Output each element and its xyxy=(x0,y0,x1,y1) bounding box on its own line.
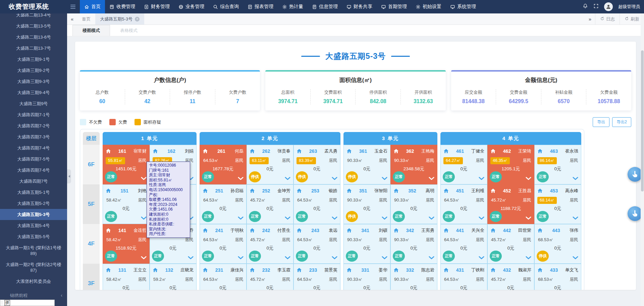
nav-item[interactable]: 综合查询 xyxy=(209,0,243,13)
avatar[interactable] xyxy=(604,2,613,11)
sidebar-collapse-handle[interactable] xyxy=(67,169,71,183)
room-cell[interactable]: 141金连哲58.42㎡居民1518.92元正常 xyxy=(103,224,150,264)
sidebar-item[interactable]: 大盛路二期13-4号 xyxy=(0,13,67,20)
room-cell[interactable]: 262张贵春63.11㎡居民0元停供 xyxy=(247,145,293,184)
window-scrollbar[interactable] xyxy=(641,13,644,306)
chevron-left-icon[interactable]: ‹ xyxy=(61,293,62,298)
sidebar-item[interactable]: 大盛路四期7号 xyxy=(0,176,67,187)
sidebar-item[interactable]: 大盛路四期7-3号 xyxy=(0,131,67,142)
room-cell[interactable]: 351张智阳90.33㎡居民0元停供 xyxy=(343,184,390,224)
sidebar-item[interactable]: 大溵堡村民委员会 xyxy=(0,276,67,287)
sidebar-item[interactable]: 大盛路三期9-4号 xyxy=(0,87,67,98)
room-cell[interactable]: 361玉金石90.33㎡居民0元停供 xyxy=(343,145,390,184)
ime-mode-indicator[interactable]: 拼 xyxy=(4,300,10,306)
room-cell[interactable]: 252金坤芳45.72㎡居民0元正常 xyxy=(247,184,293,224)
room-cell[interactable]: 461丁健全64.27㎡居民0元正常 xyxy=(440,145,487,184)
room-cell[interactable]: 253银皓64.53㎡居民0元正常 xyxy=(293,184,340,224)
nav-item[interactable]: 财务共享 xyxy=(342,0,377,13)
sidebar-item[interactable]: 大盛路三期9号 xyxy=(0,98,67,109)
room-cell[interactable]: 261何磊64.53㎡居民1677.78元正常 xyxy=(200,145,247,184)
sidebar-item[interactable]: 大盛路四期7-2号 xyxy=(0,120,67,131)
sidebar-item[interactable]: 大盛路二期13-6号 xyxy=(0,32,67,43)
room-cell[interactable]: 131王立立58.42㎡居民0元正常 xyxy=(103,264,150,290)
room-cell[interactable]: 362王艳梅90.33㎡居民2348.58元正常 xyxy=(390,145,437,184)
sidebar-item[interactable]: 大盛路三期9-3号 xyxy=(0,76,67,87)
menu-toggle-icon[interactable] xyxy=(67,5,78,9)
nav-item[interactable]: 初始设置 xyxy=(411,0,446,13)
room-cell-header: 341刘硕 xyxy=(346,227,387,234)
room-cell[interactable]: 341刘硕90.33㎡居民0元正常 xyxy=(343,224,390,264)
room-cell[interactable]: 441关兴全64.53㎡居民0元正常 xyxy=(440,224,487,264)
nav-item[interactable]: 系统管理 xyxy=(446,0,480,13)
scroll-hand-down-button[interactable] xyxy=(628,206,642,221)
sidebar-item[interactable]: 大盛路二期13-5号 xyxy=(0,20,67,32)
room-area: 45.72㎡ xyxy=(250,237,266,243)
sidebar-item[interactable]: 大盛路三期9-2号 xyxy=(0,65,67,76)
room-cell[interactable]: 132庄晓龙59.2㎡居民0元正常 xyxy=(150,264,197,290)
room-cell[interactable]: 443张伟68.53㎡居民0元停供 xyxy=(534,224,581,264)
room-cell[interactable]: 453高永峰68.14㎡居民0元正常 xyxy=(534,184,581,224)
room-cell[interactable]: 462王荣琦46.35㎡居民1205.1元正常 xyxy=(487,145,534,184)
tabs-scroll-left-icon[interactable]: « xyxy=(67,16,77,22)
room-cell[interactable]: 332陈志岩90.33㎡居民0元正常 xyxy=(390,264,437,290)
nav-item[interactable]: 报表管理 xyxy=(243,0,278,13)
sidebar-item[interactable]: 大盛路四期7-1号 xyxy=(0,109,67,120)
room-cell[interactable]: 243袁远64.53㎡居民0元正常 xyxy=(293,224,340,264)
room-cell-header: 131王立立 xyxy=(106,266,147,274)
nav-item[interactable]: 热计量 xyxy=(278,0,308,13)
bell-icon[interactable] xyxy=(583,3,588,10)
sidebar-item[interactable]: 大盛路四期7-6号 xyxy=(0,165,67,176)
sidebar-item[interactable]: 大盛路一期1号 (荣利达1号楼89) xyxy=(0,242,67,259)
tabs-scroll-right-icon[interactable]: » xyxy=(585,16,595,22)
scrollbar-thumb[interactable] xyxy=(641,50,644,191)
room-cell-header: 362王艳梅 xyxy=(393,147,434,155)
nav-item[interactable]: 首页 xyxy=(80,0,105,13)
nav-item[interactable]: 首期管理 xyxy=(377,0,411,13)
room-cell[interactable]: 241于明秋64.53㎡居民0元正常 xyxy=(200,224,247,264)
export-button[interactable]: 导出 xyxy=(593,117,609,127)
ime-drag-handle[interactable] xyxy=(1,301,3,305)
close-icon[interactable] xyxy=(135,17,140,21)
sidebar-item[interactable]: 大盛路三期9-1号 xyxy=(0,54,67,65)
room-cell[interactable]: 263孟凡勇83.39㎡居民0元停供 xyxy=(293,145,340,184)
nav-item[interactable]: 财务管理 xyxy=(140,0,174,13)
log-button[interactable]: 日志 xyxy=(595,13,620,25)
nav-item[interactable]: 信息管理 xyxy=(308,0,342,13)
sidebar-item[interactable]: 大盛路二期13-7号 xyxy=(0,43,67,54)
sidebar-item[interactable]: 大盛路五期5-5号 xyxy=(0,231,67,242)
room-cell[interactable]: 431丁铁刚64.53㎡居民0元正常 xyxy=(440,264,487,290)
room-cell[interactable]: 352高明90.33㎡居民0元正常 xyxy=(390,184,437,224)
scroll-hand-up-button[interactable] xyxy=(628,167,642,182)
tab-home[interactable]: 首页 xyxy=(77,13,95,25)
nav-item[interactable]: 业务管理 xyxy=(174,0,209,13)
sidebar-item[interactable]: 大盛路五期5-3号 xyxy=(0,209,67,220)
room-cell[interactable]: 452王胜昌45.72㎡居民1188.72元正常 xyxy=(487,184,534,224)
room-cell[interactable]: 251孙启福64.53㎡居民0元正常 xyxy=(200,184,247,224)
current-user[interactable]: 超级管理员 xyxy=(618,4,640,10)
nav-item[interactable]: 收费管理 xyxy=(105,0,140,13)
room-cell[interactable]: 432魏淑芹45.72㎡居民0元正常 xyxy=(487,264,534,290)
room-cell[interactable]: 242付景生45.72㎡居民0元正常 xyxy=(247,224,293,264)
room-cell[interactable]: 442田世荣45.72㎡居民0元正常 xyxy=(487,224,534,264)
sidebar-item[interactable]: 大盛路四期7-4号 xyxy=(0,142,67,154)
room-cell[interactable]: 232李玉霞45.72㎡居民0元正常 xyxy=(247,264,293,290)
room-cell[interactable]: 151刘艳58.42㎡居民0元正常 xyxy=(103,184,150,224)
room-cell[interactable]: 331姜华90.33㎡居民0元停供 xyxy=(343,264,390,290)
export2-button[interactable]: 导出2 xyxy=(612,117,631,127)
sidebar-item[interactable]: 大盛路四期7-5号 xyxy=(0,154,67,165)
sidebar-item[interactable]: 大盛路五期5-1号 xyxy=(0,187,67,198)
sidebar-item[interactable]: 大盛路五期5-4号 xyxy=(0,220,67,231)
room-cell[interactable]: 233苗景英64.53㎡居民0元停供 xyxy=(293,264,340,290)
tab-floorplan-mode[interactable]: 楼图模式 xyxy=(72,25,110,36)
room-cell[interactable]: 161宿常财55.81㎡居民1451.06元正常 xyxy=(103,145,150,184)
tab-building[interactable]: 大盛路五期5-3号 xyxy=(95,13,144,25)
room-cell[interactable]: 342王宪勇90.33㎡居民0元正常 xyxy=(390,224,437,264)
sidebar-item[interactable]: 大盛路五期5-2号 xyxy=(0,198,67,209)
sidebar-item[interactable]: 大盛路一期2号 (荣利达2号楼87) xyxy=(0,259,67,276)
room-cell[interactable]: 231康佳兴64.53㎡居民0元正常 xyxy=(200,264,247,290)
tab-table-mode[interactable]: 表格模式 xyxy=(110,25,148,36)
room-cell[interactable]: 451王利维64.53㎡居民0元正常 xyxy=(440,184,487,224)
room-cell[interactable]: 433单文飞68.53㎡居民0元停供 xyxy=(534,264,581,290)
fullscreen-icon[interactable] xyxy=(593,3,599,10)
room-cell[interactable]: 463崔永强86.14㎡居民0元正常 xyxy=(534,145,581,184)
